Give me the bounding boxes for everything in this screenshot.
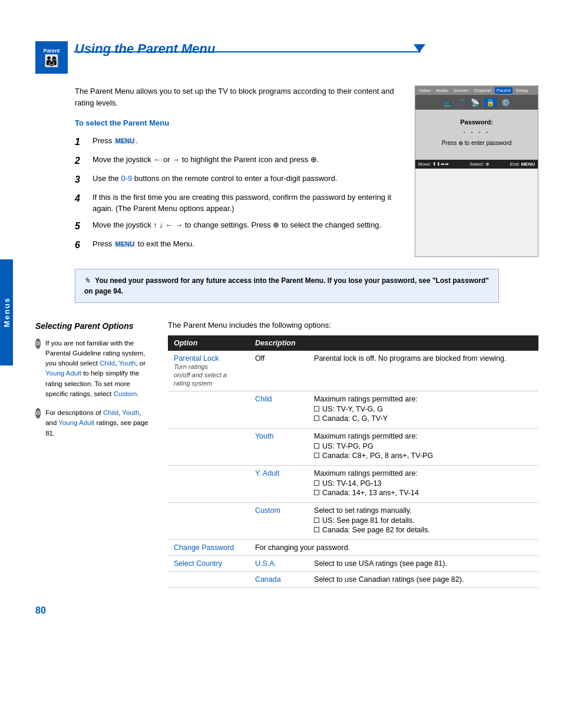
custom-description: Select to set ratings manually. US: See … (308, 502, 538, 539)
yadult-canada: Canada: 14+, 13 ans+, TV-14 (314, 489, 533, 497)
child-suboption: Child (249, 391, 308, 428)
tv-screenshot: Video Audio Screen Channel Parent Setup … (415, 85, 538, 257)
step-2-text: Move the joystick ← or → to highlight th… (92, 154, 397, 166)
section-subtitle: To select the Parent Menu (75, 117, 397, 129)
step-1-num: 1 (75, 135, 87, 149)
yadult-description: Maximum ratings permitted are: US: TV-14… (308, 465, 538, 502)
child-bullet-list: US: TV-Y, TV-G, G Canada: C, G, TV-Y (314, 405, 533, 423)
custom-bullet-list: US: See page 81 for details. Canada: See… (314, 516, 533, 534)
select-parent-section: To select the Parent Menu 1 Press MENU. … (75, 117, 397, 252)
tv-footer: Move: ⬆⬇⬅➡ Select: ⊕ End: MENU (415, 160, 538, 169)
tv-footer-end: End: MENU (510, 162, 535, 167)
intro-paragraph: The Parent Menu allows you to set up the… (75, 85, 397, 108)
side-tab-label: Menus (2, 297, 11, 327)
tv-menu-parent: Parent (495, 87, 513, 94)
step-6-text: Press MENU to exit the Menu. (92, 238, 397, 250)
step-5: 5 Move the joystick ↑ ↓ ← → to change se… (75, 219, 397, 233)
tv-icon-row: 📺 🎵 📡 🔒 ⚙️ (415, 95, 538, 110)
gear-icon-2: ⚙ (35, 408, 41, 419)
page-header: Parent 👨‍👩‍👧 Using the Parent Menu (35, 41, 538, 74)
tv-menu-video: Video (417, 87, 432, 94)
sidebar-note-2: ⚙ For descriptions of Child, Youth, and … (35, 408, 153, 439)
options-table: Option Description Parental Lock Turn ra… (168, 335, 538, 588)
table-row-custom: Custom Select to set ratings manually. U… (168, 502, 538, 539)
intro-area: The Parent Menu allows you to set up the… (75, 85, 538, 257)
table-row-canada: Canada Select to use Canadian ratings (s… (168, 571, 538, 587)
canada-description: Select to use Canadian ratings (see page… (308, 571, 538, 587)
off-description: Parental lock is off. No programs are bl… (308, 351, 538, 391)
usa-suboption: U.S.A. (249, 555, 308, 571)
yadult-suboption: Y. Adult (249, 465, 308, 502)
options-area: The Parent Menu includes the following o… (168, 321, 538, 588)
child-us: US: TV-Y, TV-G, G (314, 405, 533, 413)
youth-canada: Canada: C8+, PG, 8 ans+, TV-PG (314, 452, 533, 460)
custom-suboption: Custom (249, 502, 308, 539)
step-4-text: If this is the first time you are creati… (92, 192, 397, 215)
tv-password-dots: - - - - (427, 128, 526, 135)
youth-description: Maximum ratings permitted are: US: TV-PG… (308, 428, 538, 465)
canada-suboption: Canada (249, 571, 308, 587)
tv-menu-screen: Screen (452, 87, 470, 94)
gear-icon: ⚙ (35, 338, 41, 349)
step-2-num: 2 (75, 154, 87, 168)
tv-footer-select: Select: ⊕ (470, 162, 490, 167)
parental-lock-option: Parental Lock Turn ratingson/off and sel… (168, 351, 249, 391)
tv-menu-audio: Audio (434, 87, 449, 94)
tv-content: Password: - - - - Press ⊕ to enter passw… (415, 110, 538, 160)
child-canada: Canada: C, G, TV-Y (314, 414, 533, 423)
youth-us: US: TV-PG, PG (314, 442, 533, 450)
step-2: 2 Move the joystick ← or → to highlight … (75, 154, 397, 168)
custom-us: US: See page 81 for details. (314, 516, 533, 525)
note-box: ✎ You need your password for any future … (75, 269, 499, 303)
tv-menu-setup: Setup (514, 87, 530, 94)
yadult-bullet-list: US: TV-14, PG-13 Canada: 14+, 13 ans+, T… (314, 479, 533, 497)
change-password-description: For changing your password. (249, 539, 538, 555)
note-icon: ✎ (84, 276, 90, 285)
step-3: 3 Use the 0-9 buttons on the remote cont… (75, 173, 397, 187)
page-title: Using the Parent Menu (75, 41, 215, 57)
step-1-text: Press MENU. (92, 135, 397, 147)
table-row-change-password: Change Password For changing your passwo… (168, 539, 538, 555)
table-row-parental-lock: Parental Lock Turn ratingson/off and sel… (168, 351, 538, 391)
table-row-select-country: Select Country U.S.A. Select to use USA … (168, 555, 538, 571)
arrow-down-icon (414, 44, 425, 52)
note-text: You need your password for any future ac… (84, 276, 489, 295)
step-5-text: Move the joystick ↑ ↓ ← → to change sett… (92, 219, 397, 231)
select-country-option: Select Country (168, 555, 249, 571)
tv-footer-move: Move: ⬆⬇⬅➡ (418, 162, 449, 167)
yadult-us: US: TV-14, PG-13 (314, 479, 533, 487)
tv-menu-channel: Channel (472, 87, 493, 94)
youth-bullet-list: US: TV-PG, PG Canada: C8+, PG, 8 ans+, T… (314, 442, 533, 460)
usa-description: Select to use USA ratings (see page 81). (308, 555, 538, 571)
table-row-yadult: Y. Adult Maximum ratings permitted are: … (168, 465, 538, 502)
step-5-num: 5 (75, 219, 87, 233)
parent-icon: Parent 👨‍👩‍👧 (35, 41, 68, 74)
sidebar-title: Selecting Parent Options (35, 321, 153, 331)
youth-suboption: Youth (249, 428, 308, 465)
tv-password-label: Password: (427, 118, 526, 126)
step-list: 1 Press MENU. 2 Move the joystick ← or →… (75, 135, 397, 252)
step-4: 4 If this is the first time you are crea… (75, 192, 397, 215)
top-line (74, 51, 421, 52)
step-1: 1 Press MENU. (75, 135, 397, 149)
table-row-child: Child Maximum ratings permitted are: US:… (168, 391, 538, 428)
sidebar-note-1: ⚙ If you are not familiar with the Paren… (35, 338, 153, 400)
col-details (308, 335, 538, 351)
step-4-num: 4 (75, 192, 87, 206)
lower-section: Selecting Parent Options ⚙ If you are no… (35, 321, 538, 588)
left-sidebar: Selecting Parent Options ⚙ If you are no… (35, 321, 153, 588)
table-row-youth: Youth Maximum ratings permitted are: US:… (168, 428, 538, 465)
intro-text: The Parent Menu allows you to set up the… (75, 85, 397, 257)
col-description: Description (249, 335, 308, 351)
custom-canada: Canada: See page 82 for details. (314, 526, 533, 534)
col-option: Option (168, 335, 249, 351)
page-number: 80 (35, 605, 538, 616)
child-description: Maximum ratings permitted are: US: TV-Y,… (308, 391, 538, 428)
step-3-text: Use the 0-9 buttons on the remote contro… (92, 173, 397, 185)
options-intro: The Parent Menu includes the following o… (168, 321, 538, 330)
change-password-option: Change Password (168, 539, 249, 555)
sidebar-note-2-text: For descriptions of Child, Youth, and Yo… (45, 408, 153, 439)
off-suboption: Off (249, 351, 308, 391)
step-6: 6 Press MENU to exit the Menu. (75, 238, 397, 252)
step-3-num: 3 (75, 173, 87, 187)
